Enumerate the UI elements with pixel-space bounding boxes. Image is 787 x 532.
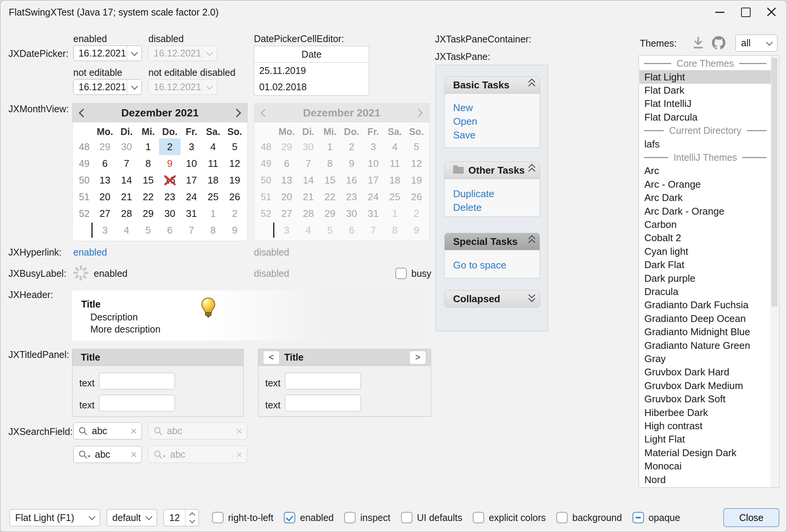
clear-icon[interactable]: × xyxy=(130,449,137,460)
calendar-day-cell[interactable]: 11 xyxy=(202,155,224,172)
toolbar-checkbox-background[interactable]: background xyxy=(556,512,622,523)
calendar-day-cell[interactable]: 14 xyxy=(116,172,137,188)
calendar-day-cell[interactable]: 26 xyxy=(224,188,246,205)
calendar-next-button[interactable] xyxy=(226,110,247,116)
calendar-day-cell[interactable]: 2 xyxy=(159,138,181,155)
calendar-day-cell[interactable]: 6 xyxy=(159,222,181,239)
datepicker-value[interactable]: 16.12.2021 xyxy=(74,46,127,61)
theme-list-item[interactable]: Cyan light xyxy=(639,245,771,258)
calendar-day-cell[interactable]: 6 xyxy=(94,155,116,172)
checkbox-box[interactable] xyxy=(284,512,295,523)
calendar-day-cell[interactable]: 29 xyxy=(94,138,116,155)
calendar-day-cell[interactable]: 1 xyxy=(137,138,159,155)
theme-list-item[interactable]: Cobalt 2 xyxy=(639,231,771,245)
calendar-day-cell[interactable]: 1 xyxy=(202,205,224,222)
text-input[interactable] xyxy=(99,395,175,411)
calendar-day-cell[interactable]: 9 xyxy=(224,222,246,239)
theme-list-item[interactable]: Dark purple xyxy=(639,271,771,285)
theme-list-item[interactable]: Flat Darcula xyxy=(639,111,771,124)
taskpane-link[interactable]: Open xyxy=(453,116,477,127)
text-input[interactable] xyxy=(285,373,361,389)
titled-panel-next-button[interactable]: > xyxy=(409,351,426,364)
calendar-day-cell[interactable]: 25 xyxy=(202,188,224,205)
theme-list-item[interactable]: Monocai xyxy=(639,460,771,473)
calendar-day-cell[interactable]: 13 xyxy=(94,172,116,188)
theme-list-item[interactable]: Nord xyxy=(639,473,771,486)
calendar-day-cell[interactable]: 28 xyxy=(116,205,137,222)
checkbox-box[interactable] xyxy=(344,512,356,523)
text-input[interactable] xyxy=(285,395,361,411)
minimize-button[interactable] xyxy=(707,0,733,24)
search-input[interactable]: abc xyxy=(92,425,126,436)
taskpane-group-header[interactable]: Other Tasks xyxy=(444,162,540,179)
calendar-day-cell[interactable]: 8 xyxy=(137,155,159,172)
busy-checkbox[interactable]: busy xyxy=(395,268,431,279)
theme-list-item[interactable]: Gruvbox Dark Hard xyxy=(639,366,771,379)
lookandfeel-combo[interactable]: Flat Light (F1) xyxy=(9,509,100,526)
theme-list-item[interactable]: Arc xyxy=(639,164,771,177)
taskpane-link[interactable]: Delete xyxy=(453,202,482,213)
calendar-day-cell[interactable]: 21 xyxy=(116,188,137,205)
text-input[interactable] xyxy=(99,373,175,389)
scrollbar-thumb[interactable] xyxy=(771,58,778,306)
taskpane-link[interactable]: New xyxy=(453,102,473,114)
theme-list-item[interactable]: Carbon xyxy=(639,218,771,231)
toolbar-checkbox-ui-defaults[interactable]: UI defaults xyxy=(401,512,463,523)
theme-list-item[interactable]: Gradianto Midnight Blue xyxy=(639,325,771,339)
toolbar-checkbox-inspect[interactable]: inspect xyxy=(344,512,390,523)
taskpane-link[interactable]: Duplicate xyxy=(453,188,494,200)
theme-list-item[interactable]: lafs xyxy=(639,137,771,151)
calendar-day-cell[interactable]: 30 xyxy=(116,138,137,155)
checkbox-box[interactable] xyxy=(395,268,407,279)
theme-list-item[interactable]: Light Flat xyxy=(639,433,771,446)
theme-list-item[interactable]: Flat Light xyxy=(639,70,771,83)
calendar-day-cell[interactable]: 5 xyxy=(224,138,246,155)
theme-list-item[interactable]: Flat IntelliJ xyxy=(639,97,771,110)
checkbox-box[interactable] xyxy=(633,512,644,523)
calendar-day-cell[interactable]: 8 xyxy=(202,222,224,239)
theme-list-item[interactable]: Dark Flat xyxy=(639,258,771,271)
close-button[interactable]: Close xyxy=(723,508,779,527)
font-size-spinner[interactable]: 12 xyxy=(164,509,199,526)
calendar-day-cell[interactable]: 31 xyxy=(181,205,202,222)
scrollbar-track[interactable] xyxy=(770,56,779,487)
datepicker-value[interactable]: 16.12.2021 xyxy=(74,80,127,94)
search-field-enabled[interactable]: abc × xyxy=(73,422,142,439)
theme-list-item[interactable]: Arc Dark xyxy=(639,191,771,204)
calendar-day-cell[interactable]: 7 xyxy=(181,222,202,239)
theme-list-item[interactable]: Flat Dark xyxy=(639,84,771,97)
search-input[interactable]: abc xyxy=(95,449,126,460)
theme-list-item[interactable]: Gruvbox Dark Medium xyxy=(639,379,771,392)
datepicker-dropdown-button[interactable] xyxy=(127,80,142,94)
font-combo[interactable]: default xyxy=(107,509,157,526)
calendar-day-cell[interactable]: 4 xyxy=(202,138,224,155)
calendar-day-cell[interactable]: 27 xyxy=(94,205,116,222)
theme-list-item[interactable]: Arc - Orange xyxy=(639,178,771,191)
table-row[interactable]: 25.11.2019 xyxy=(254,63,369,79)
taskpane-link[interactable]: Save xyxy=(453,129,475,141)
checkbox-box[interactable] xyxy=(473,512,484,523)
taskpane-group-header[interactable]: Collapsed xyxy=(444,290,540,308)
calendar-day-cell[interactable]: 24 xyxy=(181,188,202,205)
theme-list-item[interactable]: Material Design Dark xyxy=(639,446,771,460)
theme-list-item[interactable]: Hiberbee Dark xyxy=(639,406,771,419)
toolbar-checkbox-right-to-left[interactable]: right-to-left xyxy=(212,512,273,523)
calendar-day-cell[interactable]: 2 xyxy=(224,205,246,222)
search-field-dropdown-enabled[interactable]: abc × xyxy=(73,446,142,463)
hyperlink-enabled[interactable]: enabled xyxy=(73,247,107,258)
datepicker-dropdown-button[interactable] xyxy=(127,46,142,61)
close-window-button[interactable] xyxy=(759,0,784,24)
collapse-chevron-icon[interactable] xyxy=(529,81,534,89)
calendar-day-cell[interactable]: 22 xyxy=(137,188,159,205)
calendar-day-cell[interactable]: 10 xyxy=(181,155,202,172)
calendar-day-cell[interactable]: 12 xyxy=(224,155,246,172)
toolbar-checkbox-opaque[interactable]: opaque xyxy=(633,512,680,523)
calendar-day-cell[interactable]: 20 xyxy=(94,188,116,205)
theme-list-item[interactable]: Dracula xyxy=(639,285,771,298)
table-row[interactable]: 01.02.2018 xyxy=(254,79,369,95)
theme-list-item[interactable]: High contrast xyxy=(639,419,771,433)
taskpane-link[interactable]: Go to space xyxy=(453,259,506,271)
download-icon[interactable] xyxy=(691,36,705,50)
calendar-day-cell[interactable]: 18 xyxy=(202,172,224,188)
theme-list-item[interactable]: Gray xyxy=(639,352,771,366)
